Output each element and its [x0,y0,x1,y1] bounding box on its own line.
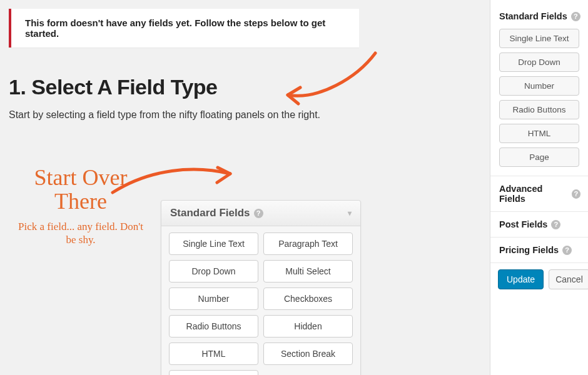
illus-panel-title: Standard Fields [170,207,250,219]
illus-field-button[interactable]: Page Break [169,370,258,375]
sidebar-field-button[interactable]: Drop Down [499,52,579,72]
illus-field-button[interactable]: Hidden [263,315,353,338]
sidebar-field-button[interactable]: Radio Buttons [499,100,579,119]
illus-field-button[interactable]: Drop Down [169,260,258,282]
help-icon[interactable]: ? [551,220,560,229]
step-heading: 1. Select A Field Type [9,75,478,99]
help-icon[interactable]: ? [562,246,572,255]
sidebar-section-title: Pricing Fields [499,245,559,255]
sidebar-section-header[interactable]: Pricing Fields? [490,237,588,262]
cancel-button[interactable]: Cancel [549,269,588,289]
step-description: Start by selecting a field type from the… [9,109,478,121]
sidebar-section-title: Post Fields [499,219,547,229]
sidebar-section-header[interactable]: Post Fields? [490,211,588,237]
sidebar-field-button[interactable]: Page [499,148,579,167]
sidebar-section-title: Advanced Fields [499,184,568,204]
help-icon[interactable]: ? [254,209,263,218]
sidebar-field-button[interactable]: HTML [499,124,579,143]
illustrative-fields-panel: Standard Fields ? ▾ Single Line TextPara… [161,200,361,375]
handwritten-callout: Start Over There Pick a field... any fie… [15,166,146,246]
illus-field-button[interactable]: Single Line Text [169,232,258,255]
sidebar-field-button[interactable]: Number [499,76,579,96]
illus-panel-header[interactable]: Standard Fields ? ▾ [161,201,360,226]
handwritten-sub: Pick a field... any field. Don't be shy. [15,220,146,247]
empty-form-notice: This form doesn't have any fields yet. F… [9,9,359,48]
illus-field-button[interactable]: Multi Select [263,260,353,282]
handwritten-line1: Start Over [15,166,146,190]
main-content: This form doesn't have any fields yet. F… [9,9,478,143]
sidebar-section-title: Standard Fields [499,11,567,21]
illus-field-button[interactable]: HTML [169,342,258,365]
sidebar-section-header[interactable]: Standard Fields? [490,9,588,29]
sidebar-field-button[interactable]: Single Line Text [499,29,579,48]
illus-panel-body: Single Line TextParagraph TextDrop DownM… [161,226,360,375]
help-icon[interactable]: ? [571,12,580,21]
update-button[interactable]: Update [498,269,544,289]
sidebar-field-stack: Single Line TextDrop DownNumberRadio But… [490,29,588,176]
chevron-down-icon: ▾ [348,209,352,218]
illus-field-button[interactable]: Paragraph Text [263,232,353,255]
sidebar-actions: Update Cancel [490,262,588,296]
sidebar: Standard Fields?Single Line TextDrop Dow… [490,0,588,375]
handwritten-line2: There [15,190,146,214]
illus-field-button[interactable]: Checkboxes [263,288,353,310]
illus-field-button[interactable]: Section Break [263,342,353,365]
illus-field-button[interactable]: Number [169,288,258,310]
help-icon[interactable]: ? [572,189,580,199]
illus-field-button[interactable]: Radio Buttons [169,315,258,338]
sidebar-section-header[interactable]: Advanced Fields? [490,176,588,211]
